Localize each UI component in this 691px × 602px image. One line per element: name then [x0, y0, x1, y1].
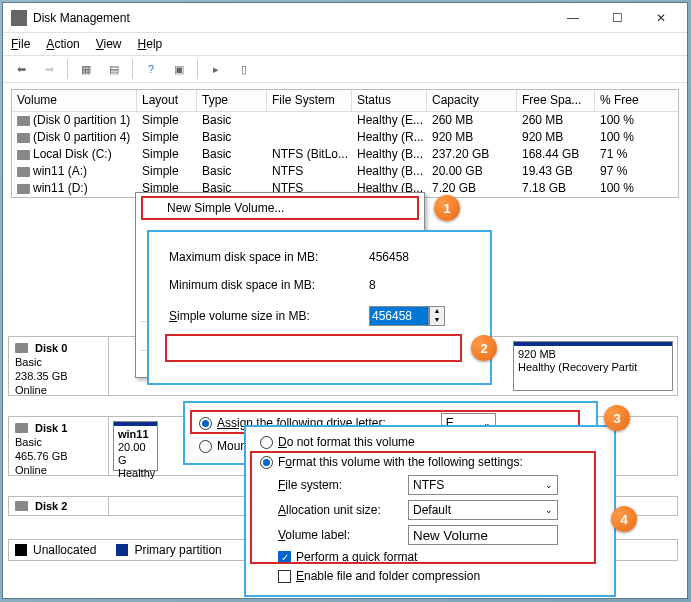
size-spinner[interactable]: ▲▼	[429, 306, 445, 326]
table-header: Volume Layout Type File System Status Ca…	[12, 90, 678, 112]
table-row[interactable]: Local Disk (C:)SimpleBasicNTFS (BitLo...…	[12, 146, 678, 163]
format-dialog: Do not format this volume Format this vo…	[244, 425, 616, 597]
min-space-value: 8	[369, 278, 476, 292]
assign-letter-radio[interactable]	[199, 417, 212, 430]
table-row[interactable]: (Disk 0 partition 4)SimpleBasicHealthy (…	[12, 129, 678, 146]
table-row[interactable]: win11 (A:)SimpleBasicNTFSHealthy (B...20…	[12, 163, 678, 180]
filesystem-label: File system:	[278, 478, 408, 492]
volume-size-label: Simple volume size in MB:	[169, 309, 369, 323]
compression-label: Enable file and folder compression	[296, 569, 480, 583]
format-radio[interactable]	[260, 456, 273, 469]
titlebar: Disk Management — ☐ ✕	[3, 3, 687, 33]
settings-icon[interactable]: ▣	[167, 58, 191, 80]
partition-win11[interactable]: win11 20.00 G Healthy	[113, 421, 158, 471]
drive-icon	[15, 501, 28, 511]
allocation-label: Allocation unit size:	[278, 503, 408, 517]
callout-4: 4	[611, 506, 637, 532]
view-list-icon[interactable]: ▦	[74, 58, 98, 80]
close-button[interactable]: ✕	[639, 3, 683, 33]
mount-radio[interactable]	[199, 440, 212, 453]
app-icon	[11, 10, 27, 26]
col-capacity[interactable]: Capacity	[427, 90, 517, 111]
window-title: Disk Management	[33, 11, 551, 25]
drive-icon	[15, 343, 28, 353]
disk-0-name: Disk 0	[35, 341, 67, 355]
view-detail-icon[interactable]: ▤	[102, 58, 126, 80]
compression-checkbox[interactable]	[278, 570, 291, 583]
volume-label-label: Volume label:	[278, 528, 408, 542]
no-format-label: Do not format this volume	[278, 435, 415, 449]
chevron-down-icon: ⌄	[545, 505, 553, 515]
table-row[interactable]: (Disk 0 partition 1)SimpleBasicHealthy (…	[12, 112, 678, 129]
filesystem-select[interactable]: NTFS ⌄	[408, 475, 558, 495]
partition-recovery[interactable]: 920 MB Healthy (Recovery Partit	[513, 341, 673, 391]
volume-label-input[interactable]	[408, 525, 558, 545]
legend-unallocated-label: Unallocated	[33, 543, 96, 557]
max-space-value: 456458	[369, 250, 476, 264]
volume-size-input[interactable]	[369, 306, 429, 326]
callout-1: 1	[434, 195, 460, 221]
disk-2-name: Disk 2	[35, 499, 67, 513]
size-dialog: Maximum disk space in MB: 456458 Minimum…	[147, 230, 492, 385]
format-label: Format this volume with the following se…	[278, 455, 523, 469]
refresh-icon[interactable]: ▸	[204, 58, 228, 80]
disk-1-name: Disk 1	[35, 421, 67, 435]
col-type[interactable]: Type	[197, 90, 267, 111]
properties-icon[interactable]: ▯	[232, 58, 256, 80]
menu-action[interactable]: Action	[46, 37, 79, 51]
help-icon[interactable]: ?	[139, 58, 163, 80]
menu-view[interactable]: View	[96, 37, 122, 51]
minimize-button[interactable]: —	[551, 3, 595, 33]
allocation-select[interactable]: Default ⌄	[408, 500, 558, 520]
legend-primary-swatch	[116, 544, 128, 556]
col-status[interactable]: Status	[352, 90, 427, 111]
callout-2: 2	[471, 335, 497, 361]
col-filesystem[interactable]: File System	[267, 90, 352, 111]
menu-help[interactable]: Help	[138, 37, 163, 51]
chevron-down-icon: ⌄	[545, 480, 553, 490]
drive-icon	[15, 423, 28, 433]
menu-new-simple-volume[interactable]: New Simple Volume...	[141, 196, 419, 220]
back-button[interactable]: ⬅	[9, 58, 33, 80]
quick-format-label: Perform a quick format	[296, 550, 417, 564]
min-space-label: Minimum disk space in MB:	[169, 278, 369, 292]
maximize-button[interactable]: ☐	[595, 3, 639, 33]
col-volume[interactable]: Volume	[12, 90, 137, 111]
toolbar: ⬅ ➡ ▦ ▤ ? ▣ ▸ ▯	[3, 55, 687, 83]
legend-primary-label: Primary partition	[134, 543, 221, 557]
callout-3: 3	[604, 405, 630, 431]
volume-table: Volume Layout Type File System Status Ca…	[11, 89, 679, 198]
forward-button[interactable]: ➡	[37, 58, 61, 80]
menubar: File Action View Help	[3, 33, 687, 55]
max-space-label: Maximum disk space in MB:	[169, 250, 369, 264]
legend-unallocated-swatch	[15, 544, 27, 556]
col-layout[interactable]: Layout	[137, 90, 197, 111]
menu-file[interactable]: File	[11, 37, 30, 51]
col-pct[interactable]: % Free	[595, 90, 650, 111]
no-format-radio[interactable]	[260, 436, 273, 449]
quick-format-checkbox[interactable]: ✓	[278, 551, 291, 564]
col-free[interactable]: Free Spa...	[517, 90, 595, 111]
